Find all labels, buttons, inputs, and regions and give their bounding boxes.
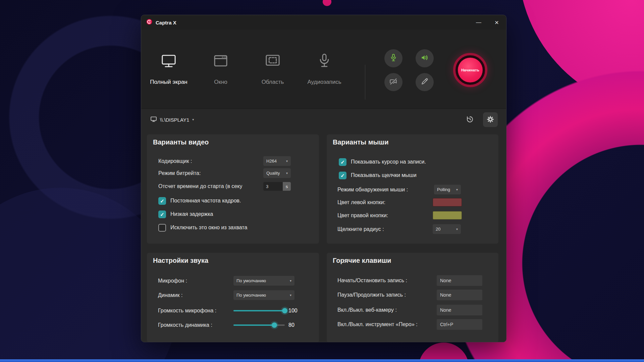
slider-thumb[interactable]: [272, 322, 277, 328]
panel-mouse-options: Варианты мыши ✓ Показывать курсор на зап…: [327, 134, 498, 244]
mouse-detection-dropdown[interactable]: Polling ▾: [434, 185, 461, 194]
click-radius-label: Щелкните радиус :: [337, 226, 384, 232]
chevron-down-icon: ▾: [286, 160, 288, 163]
hotkey-label: Начать/Остановить запись :: [337, 278, 407, 284]
speaker-on-icon: [420, 53, 429, 63]
checkbox[interactable]: ✓: [158, 197, 166, 205]
checkbox[interactable]: ✓: [339, 172, 346, 179]
hotkey-input[interactable]: None: [437, 275, 482, 286]
dropdown-value: 20: [436, 227, 440, 232]
encoder-label: Кодировщик :: [158, 158, 192, 164]
dropdown-value: По умолчанию: [236, 293, 266, 298]
checkbox-label: Низкая задержка: [170, 211, 213, 217]
close-button[interactable]: ×: [490, 16, 503, 28]
checkbox-constant-fps[interactable]: ✓ Постоянная частота кадров.: [158, 197, 241, 205]
hotkey-label: Вкл./Выкл. инструмент «Перо» :: [337, 321, 418, 327]
monitor-small-icon: [150, 116, 157, 124]
pen-tool-button[interactable]: [416, 73, 434, 91]
speaker-volume-value: 80: [288, 322, 294, 328]
bitrate-dropdown[interactable]: Quality ▾: [263, 168, 291, 178]
speaker-volume-slider[interactable]: [233, 322, 285, 328]
monitor-icon: [143, 52, 195, 70]
capture-mode-window[interactable]: Окно: [195, 52, 247, 85]
checkbox-exclude-window[interactable]: Исключить это окно из захвата: [158, 224, 247, 232]
slider-thumb[interactable]: [282, 308, 287, 313]
display-selector[interactable]: \\.\DISPLAY1 ▾: [150, 113, 194, 126]
encoder-dropdown[interactable]: H264 ▾: [263, 156, 291, 166]
capture-mode-label: Окно: [195, 79, 247, 85]
record-button-inner: Начинать: [458, 58, 483, 82]
capture-mode-region[interactable]: Область: [247, 52, 299, 85]
capture-toolbar: Полный экран Окно Область: [141, 30, 506, 109]
capture-mode-label: Аудиозапись: [299, 79, 350, 85]
speaker-row: Динамик : По умолчанию ▾: [147, 290, 319, 300]
panel-sound-settings: Настройки звука Микрофон : По умолчанию …: [147, 253, 319, 342]
microphone-row: Микрофон : По умолчанию ▾: [147, 276, 319, 286]
bitrate-label: Режим битрейта:: [158, 170, 201, 176]
click-radius-row: Щелкните радиус : 20 ▾: [327, 224, 498, 234]
taskbar-strip[interactable]: [0, 359, 644, 362]
left-button-color-swatch[interactable]: [433, 198, 462, 206]
history-button[interactable]: [463, 112, 477, 127]
dropdown-value: По умолчанию: [236, 278, 266, 283]
right-button-color-swatch[interactable]: [433, 211, 462, 220]
dropdown-value: H264: [266, 159, 277, 164]
settings-area: \\.\DISPLAY1 ▾: [141, 109, 506, 342]
hotkey-row-webcam: Вкл./Выкл. веб-камеру : None: [327, 305, 498, 315]
chevron-down-icon: ▾: [290, 294, 291, 297]
checkbox[interactable]: [158, 224, 166, 232]
window-controls: — ×: [472, 15, 503, 30]
titlebar[interactable]: Captra X — ×: [141, 15, 506, 30]
microphone-toggle-button[interactable]: [384, 49, 402, 67]
settings-button[interactable]: [483, 112, 498, 127]
panel-title: Варианты мыши: [333, 138, 389, 146]
check-icon: ✓: [160, 198, 164, 203]
speaker-toggle-button[interactable]: [416, 49, 434, 67]
display-selector-value: \\.\DISPLAY1: [160, 117, 189, 123]
panel-title: Варианты видео: [153, 138, 209, 146]
capture-mode-audio[interactable]: Аудиозапись: [299, 52, 350, 85]
countdown-value[interactable]: 3: [263, 182, 283, 191]
microphone-label: Микрофон :: [158, 278, 187, 284]
minimize-button[interactable]: —: [472, 16, 485, 28]
checkbox[interactable]: ✓: [158, 210, 166, 218]
right-button-color-row: Цвет правой кнопки:: [327, 211, 498, 220]
check-icon: ✓: [340, 160, 345, 165]
click-radius-dropdown[interactable]: 20 ▾: [433, 224, 461, 234]
microphone-dropdown[interactable]: По умолчанию ▾: [233, 276, 294, 286]
checkbox[interactable]: ✓: [339, 158, 346, 166]
check-icon: ✓: [340, 173, 345, 178]
checkbox-label: Постоянная частота кадров.: [170, 198, 241, 204]
chevron-down-icon: ▾: [286, 172, 288, 175]
checkbox-label: Показывать курсор на записи.: [351, 159, 426, 165]
checkbox-label: Исключить это окно из захвата: [170, 225, 247, 231]
speaker-label: Динамик :: [158, 292, 182, 298]
hotkey-input[interactable]: None: [437, 305, 482, 315]
mic-volume-row: Громкость микрофона : 100: [147, 306, 319, 316]
mic-volume-label: Громкость микрофона :: [158, 308, 216, 314]
webcam-toggle-button[interactable]: [384, 73, 402, 91]
dropdown-value: Polling: [437, 187, 450, 192]
mouse-detection-row: Режим обнаружения мыши : Polling ▾: [327, 185, 498, 195]
checkbox-show-clicks[interactable]: ✓ Показывать щелчки мыши: [339, 171, 417, 179]
record-button[interactable]: Начинать: [453, 53, 487, 87]
countdown-unit-button[interactable]: s: [283, 182, 291, 191]
checkbox-show-cursor[interactable]: ✓ Показывать курсор на записи.: [339, 158, 426, 166]
history-icon: [466, 115, 474, 124]
panel-video-options: Варианты видео Кодировщик : H264 ▾ Режим…: [147, 134, 319, 244]
region-icon: [247, 52, 299, 70]
checkbox-low-latency[interactable]: ✓ Низкая задержка: [158, 210, 213, 218]
chevron-down-icon: ▾: [456, 188, 458, 191]
left-button-color-row: Цвет левой кнопки:: [327, 198, 498, 207]
hotkey-input[interactable]: None: [437, 290, 482, 300]
countdown-input[interactable]: 3 s: [263, 182, 291, 191]
mic-volume-slider[interactable]: [233, 308, 285, 313]
left-button-color-label: Цвет левой кнопки:: [337, 199, 385, 205]
capture-mode-fullscreen[interactable]: Полный экран: [143, 52, 195, 85]
speaker-volume-row: Громкость динамика : 80: [147, 320, 319, 330]
record-button-label: Начинать: [461, 68, 479, 72]
speaker-dropdown[interactable]: По умолчанию ▾: [233, 290, 294, 300]
hotkey-label: Пауза/Продолжить запись :: [337, 292, 406, 298]
toolbar-divider: [365, 65, 365, 100]
hotkey-input[interactable]: Ctrl+P: [437, 319, 482, 330]
